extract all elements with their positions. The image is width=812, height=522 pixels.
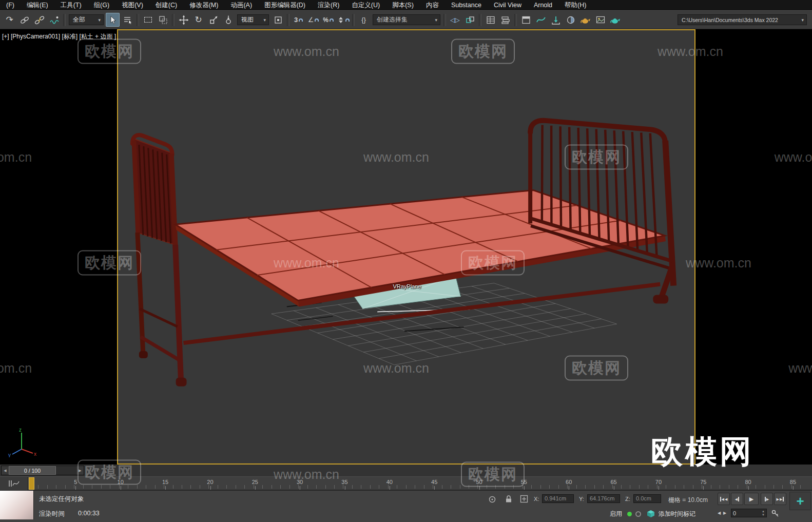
select-and-scale-button[interactable]	[206, 13, 220, 27]
angle-snap-button[interactable]: ∠	[306, 13, 320, 27]
rectangular-selection-region-button[interactable]	[141, 13, 155, 27]
select-and-rotate-button[interactable]: ↻	[191, 13, 205, 27]
prev-icon: ◀	[735, 497, 738, 501]
pivot-icon	[273, 15, 283, 25]
render-production-button[interactable]	[608, 13, 622, 27]
menu-item[interactable]: Arnold	[528, 2, 558, 9]
menu-item[interactable]: 工具(T)	[54, 1, 88, 10]
play-button[interactable]: ▶	[744, 493, 759, 505]
previous-frame-button[interactable]: ◀	[731, 493, 743, 505]
select-and-link-button[interactable]	[17, 13, 31, 27]
maximize-viewport-toggle-button[interactable]: +	[789, 492, 811, 510]
time-slider-track[interactable]	[56, 466, 76, 475]
spinner-snap-button[interactable]	[336, 13, 350, 27]
viewport-scene[interactable]	[118, 30, 694, 463]
main-toolbar: ↷ 全部 ▾ ↻	[0, 10, 812, 29]
edit-named-selection-sets-button[interactable]: {}	[357, 13, 371, 27]
align-icon	[465, 15, 475, 25]
time-slider-handle[interactable]: 0 / 100	[9, 466, 56, 475]
project-path-dropdown[interactable]: C:\Users\Han\Documents\3ds Max 2022 ▾	[678, 14, 807, 25]
spinner-right-arrow[interactable]: ▶	[723, 511, 726, 515]
menu-item[interactable]: 脚本(S)	[386, 1, 420, 10]
selection-lock-icon[interactable]	[504, 494, 513, 506]
spinner-down-icon[interactable]: ▼	[762, 513, 765, 516]
menu-item[interactable]: 创建(C)	[149, 1, 183, 10]
menu-item[interactable]: 自定义(U)	[345, 1, 386, 10]
magnet-icon	[299, 18, 303, 22]
time-slider[interactable]: ◀ 0 / 100 ▶	[1, 466, 84, 475]
material-editor-button[interactable]	[564, 13, 577, 27]
menu-item[interactable]: 内容	[420, 1, 445, 10]
z-coordinate-label: Z:	[625, 496, 630, 502]
viewport-label[interactable]: [+] [PhysCamera001] [标准] [粘土 + 边面 ]	[2, 32, 116, 41]
spinner-up-icon[interactable]: ▲	[762, 510, 765, 513]
reference-coordsys-dropdown[interactable]: 视图 ▾	[237, 14, 269, 25]
selection-filter-dropdown[interactable]: 全部 ▾	[69, 14, 104, 25]
bed-model[interactable]	[132, 121, 673, 386]
isolate-selection-icon[interactable]	[488, 495, 497, 506]
unlink-selection-button[interactable]	[32, 13, 46, 27]
chevron-down-icon: ▾	[259, 17, 266, 23]
menu-item[interactable]: 组(G)	[88, 1, 116, 10]
link-icon	[20, 15, 30, 25]
menu-item[interactable]: 渲染(R)	[312, 1, 345, 10]
move-arrows-icon	[179, 15, 189, 25]
key-icon[interactable]	[771, 509, 780, 520]
add-time-tag[interactable]: 添加时间标记	[659, 510, 695, 518]
next-icon: ▶	[777, 497, 779, 501]
camera-viewport[interactable]: [+] [PhysCamera001] [标准] [粘土 + 边面 ]	[0, 29, 812, 465]
spinner-left-arrow[interactable]: ◀	[718, 511, 721, 515]
timeline-ruler[interactable]: 0510152025303540455055606570758085	[0, 477, 812, 490]
snap-toggle-3d-button[interactable]: 3	[292, 13, 305, 27]
menu-item[interactable]: Substance	[445, 2, 488, 9]
tick-label: 30	[297, 479, 303, 485]
absolute-mode-icon[interactable]	[519, 494, 529, 506]
redo-button[interactable]: ↷	[3, 13, 16, 27]
y-coordinate-input[interactable]: 64.176cm	[587, 494, 620, 503]
time-slider-left-arrow[interactable]: ◀	[2, 466, 9, 475]
schematic-view-button[interactable]	[549, 13, 563, 27]
cube-icon[interactable]	[647, 510, 655, 520]
mirror-icon: ◁	[450, 17, 455, 23]
menu-item[interactable]: 动画(A)	[224, 1, 258, 10]
menu-item[interactable]: (F)	[0, 2, 21, 9]
select-and-place-button[interactable]	[221, 13, 235, 27]
x-coordinate-input[interactable]: 0.941cm	[542, 494, 574, 503]
window-crossing-toggle-button[interactable]	[156, 13, 170, 27]
status-green-dot	[627, 512, 632, 516]
menu-item[interactable]: 修改器(M)	[183, 1, 224, 10]
bind-to-spacewarp-button[interactable]	[47, 13, 61, 27]
next-frame-button[interactable]: ▶	[761, 493, 773, 505]
mirror-button[interactable]: ◁ ▷	[448, 13, 462, 27]
menu-item[interactable]: 视图(V)	[115, 1, 149, 10]
menu-item[interactable]: Civil View	[488, 2, 528, 9]
named-selection-sets-dropdown[interactable]: 创建选择集 ▾	[373, 14, 440, 25]
menu-item[interactable]: 图形编辑器(D)	[258, 1, 312, 10]
select-object-button[interactable]	[106, 13, 120, 27]
curve-editor-button[interactable]	[534, 13, 548, 27]
go-to-end-button[interactable]: ▶▶	[774, 493, 786, 505]
mini-curve-editor-button[interactable]	[0, 477, 28, 490]
select-and-move-button[interactable]	[177, 13, 190, 27]
frame-number-spinner[interactable]: 0 ▲▼	[731, 509, 767, 517]
go-to-start-button[interactable]: ◀◀	[718, 493, 730, 505]
next-icon: ▶	[780, 497, 782, 501]
angle-icon: ∠	[308, 16, 314, 23]
toggle-scene-explorer-button[interactable]	[484, 13, 497, 27]
layers-icon	[500, 15, 511, 25]
percent-snap-button[interactable]: %	[321, 13, 335, 27]
current-frame-marker[interactable]	[29, 477, 34, 490]
select-by-name-button[interactable]	[121, 13, 134, 27]
menu-item[interactable]: 编辑(E)	[21, 1, 54, 10]
use-pivot-center-button[interactable]	[271, 13, 285, 27]
menu-item[interactable]: 帮助(H)	[558, 1, 592, 10]
rotate-icon: ↻	[195, 15, 202, 24]
z-coordinate-input[interactable]: 0.0cm	[633, 494, 661, 503]
align-button[interactable]	[463, 13, 477, 27]
render-setup-button[interactable]	[578, 13, 592, 27]
toggle-layer-explorer-button[interactable]	[498, 13, 512, 27]
rendered-frame-window-button[interactable]	[593, 13, 607, 27]
time-slider-right-arrow[interactable]: ▶	[76, 466, 84, 475]
wave-icon	[49, 15, 60, 25]
ribbon-toggle-button[interactable]	[519, 13, 533, 27]
